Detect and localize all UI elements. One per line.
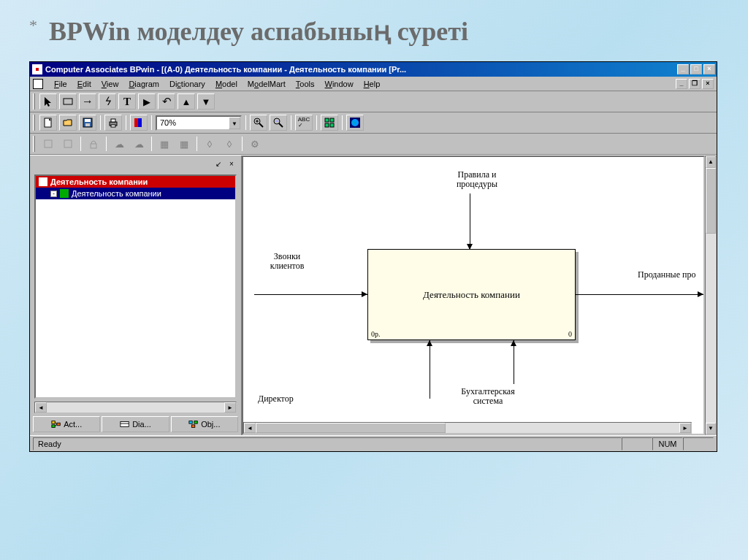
menu-diagram[interactable]: Diagram — [123, 79, 164, 89]
output-arrow[interactable] — [576, 294, 703, 295]
scroll-thumb[interactable] — [256, 423, 446, 433]
color-tool-icon[interactable] — [130, 115, 148, 131]
slide-bullet: * — [29, 16, 37, 35]
workarea: ↙ × Деятельность компании - Деятельность… — [30, 155, 717, 435]
model-explorer-panel: ↙ × Деятельность компании - Деятельность… — [30, 156, 242, 435]
mm-btn-icon: ☁ — [110, 136, 128, 152]
activity-box[interactable]: Деятельность компании 0p. 0 — [367, 249, 576, 340]
mdi-restore-button[interactable]: ❐ — [689, 79, 701, 89]
svg-rect-28 — [57, 423, 60, 426]
scroll-thumb[interactable] — [706, 168, 716, 234]
menu-dictionary[interactable]: Dictionary — [164, 79, 210, 89]
svg-rect-26 — [52, 421, 55, 424]
canvas-hscrollbar[interactable]: ◄ ► — [243, 422, 692, 434]
mm-btn-icon — [59, 136, 77, 152]
close-button[interactable]: × — [703, 64, 715, 74]
menu-file[interactable]: File — [49, 79, 72, 89]
panel-close-icon[interactable]: ↙ — [212, 157, 225, 170]
scroll-down-icon[interactable]: ▼ — [706, 423, 716, 434]
dropdown-icon[interactable]: ▼ — [229, 117, 240, 129]
activity-label: Деятельность компании — [423, 289, 520, 301]
mm-btn-icon: ☁ — [130, 136, 148, 152]
svg-line-11 — [259, 123, 263, 127]
panel-close-icon[interactable]: × — [225, 157, 238, 170]
new-icon[interactable] — [39, 115, 57, 131]
menu-tools[interactable]: Tools — [291, 79, 320, 89]
document-icon[interactable] — [33, 79, 43, 89]
svg-rect-20 — [330, 123, 334, 127]
activity-box-tool-icon[interactable] — [59, 93, 77, 110]
arrow-tool-icon[interactable]: → — [79, 93, 96, 110]
globe-icon[interactable] — [346, 115, 364, 131]
open-icon[interactable] — [59, 115, 77, 131]
scroll-up-icon[interactable]: ▲ — [706, 156, 716, 168]
toolbar-grip[interactable] — [33, 136, 35, 152]
zoom-combo[interactable]: 70% ▼ — [156, 115, 242, 131]
menu-view[interactable]: View — [96, 79, 124, 89]
minimize-button[interactable]: _ — [677, 64, 689, 74]
svg-rect-23 — [45, 140, 52, 147]
menu-modelmart[interactable]: ModelMart — [243, 79, 291, 89]
diagram-canvas[interactable]: Правила и процедуры Звонки клиентов Деят… — [242, 156, 705, 435]
text-tool-icon[interactable]: T — [118, 93, 136, 110]
svg-rect-0 — [64, 99, 72, 104]
zoom-fit-icon[interactable] — [270, 115, 287, 131]
squiggle-tool-icon[interactable]: ϟ — [99, 93, 116, 110]
mdi-minimize-button[interactable]: _ — [676, 79, 687, 89]
scroll-left-icon[interactable]: ◄ — [35, 402, 47, 413]
up-arrow-icon[interactable]: ▲ — [178, 93, 195, 110]
card-icon — [120, 420, 130, 429]
collapse-icon[interactable]: - — [50, 191, 57, 197]
model-explorer-icon[interactable] — [321, 115, 338, 131]
down-arrow-icon[interactable]: ▼ — [197, 93, 215, 110]
control-arrow[interactable] — [470, 193, 470, 249]
svg-rect-3 — [85, 119, 91, 122]
tree-root-label: Деятельность компании — [50, 177, 148, 186]
save-icon[interactable] — [79, 115, 96, 131]
menu-window[interactable]: Window — [320, 79, 359, 89]
titlebar[interactable]: Computer Associates BPwin - [(A-0) Деяте… — [30, 62, 717, 77]
tab-activities[interactable]: Act... — [33, 416, 100, 432]
pointer-tool-icon[interactable] — [39, 93, 57, 110]
tab-diagrams[interactable]: Dia... — [102, 416, 169, 432]
scroll-right-icon[interactable]: ► — [224, 402, 236, 413]
svg-rect-25 — [91, 144, 96, 148]
maximize-button[interactable]: □ — [690, 64, 702, 74]
scroll-right-icon[interactable]: ► — [679, 423, 691, 433]
menu-edit[interactable]: Edit — [72, 79, 96, 89]
input-arrow[interactable] — [254, 294, 367, 295]
play-icon[interactable]: ▶ — [138, 93, 156, 110]
control-arrow-label: Правила и процедуры — [433, 170, 521, 189]
svg-rect-17 — [325, 118, 329, 122]
mechanism-arrow[interactable] — [514, 340, 514, 384]
svg-rect-18 — [330, 118, 334, 122]
svg-rect-33 — [189, 421, 192, 424]
app-icon — [32, 64, 42, 74]
tab-objects[interactable]: Obj... — [171, 416, 238, 432]
svg-rect-27 — [52, 425, 55, 428]
tree-item-label: Деятельность компании — [72, 189, 161, 198]
window-title: Computer Associates BPwin - [(A-0) Деяте… — [45, 65, 677, 74]
model-tree[interactable]: Деятельность компании - Деятельность ком… — [34, 174, 237, 399]
spellcheck-icon[interactable]: ABC✓ — [295, 115, 313, 131]
status-numlock: NUM — [652, 437, 683, 450]
print-icon[interactable] — [104, 115, 122, 131]
svg-rect-31 — [121, 422, 129, 427]
mechanism-label: Директор — [258, 394, 316, 404]
slide-title: BPWin моделдеу аспабының суреті — [49, 16, 468, 47]
tree-hscrollbar[interactable]: ◄ ► — [34, 402, 237, 413]
zoom-in-icon[interactable] — [250, 115, 267, 131]
tree-root[interactable]: Деятельность компании — [36, 176, 235, 188]
menu-model[interactable]: Model — [210, 79, 243, 89]
mechanism-arrow[interactable] — [430, 340, 430, 399]
scroll-left-icon[interactable]: ◄ — [244, 423, 256, 433]
status-text: Ready — [33, 437, 622, 450]
mm-btn-icon: ◊ — [221, 136, 238, 152]
canvas-vscrollbar[interactable]: ▲ ▼ — [705, 156, 717, 435]
undo-icon[interactable]: ↶ — [158, 93, 175, 110]
mdi-close-button[interactable]: × — [702, 79, 714, 89]
tree-item[interactable]: - Деятельность компании — [36, 188, 235, 199]
menu-help[interactable]: Help — [359, 79, 386, 89]
toolbar-grip[interactable] — [33, 93, 35, 110]
toolbar-grip[interactable] — [33, 115, 35, 131]
